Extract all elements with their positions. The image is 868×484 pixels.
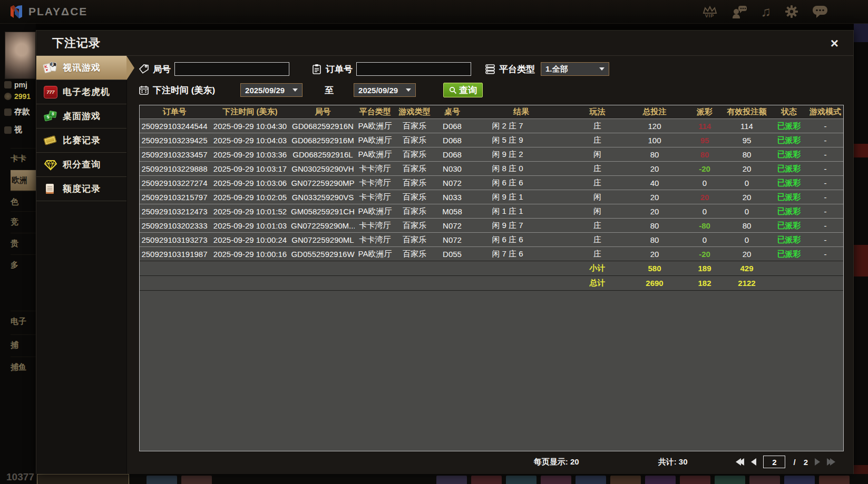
total-payout: 182 bbox=[686, 279, 723, 288]
col-result: 结果 bbox=[471, 107, 572, 117]
deposit-label: 存款 bbox=[14, 107, 30, 117]
table-row[interactable]: 250929103191987 2025-09-29 10:00:16 GD05… bbox=[140, 246, 843, 261]
table-row[interactable]: 250929103193273 2025-09-29 10:00:24 GN07… bbox=[140, 232, 843, 246]
cell-bet-type: 闲 bbox=[572, 206, 623, 216]
page-separator: / bbox=[793, 458, 795, 467]
cell-payout: 80 bbox=[686, 150, 723, 159]
cell-game-mode: - bbox=[807, 122, 843, 131]
filters: 局号 订单号 bbox=[139, 59, 843, 100]
sidebar-item-table-games[interactable]: 桌面游戏 bbox=[36, 104, 126, 129]
next-page-icon[interactable] bbox=[815, 458, 820, 466]
user-icon bbox=[4, 81, 12, 88]
sidebar-item-points-query[interactable]: 积分查询 bbox=[36, 153, 126, 177]
sidebar-item-video-games[interactable]: 9 视讯游戏 bbox=[36, 56, 126, 80]
cell-game-type: 百家乐 bbox=[395, 221, 434, 231]
table-row[interactable]: 250929103202333 2025-09-29 10:01:03 GN07… bbox=[140, 218, 843, 232]
col-bet-type: 玩法 bbox=[572, 107, 623, 117]
settings-gear-icon[interactable] bbox=[785, 5, 798, 18]
cell-game-mode: - bbox=[807, 207, 843, 216]
query-button[interactable]: 查询 bbox=[443, 83, 483, 97]
round-label: 局号 bbox=[153, 63, 171, 75]
col-valid-bet: 有效投注额 bbox=[723, 107, 771, 117]
support-chat-icon[interactable] bbox=[732, 5, 747, 18]
cell-time: 2025-09-29 10:04:30 bbox=[209, 122, 291, 131]
cell-round: GN033259290VS bbox=[291, 193, 355, 202]
music-icon[interactable]: ♫ bbox=[761, 5, 772, 18]
cell-game-mode: - bbox=[807, 150, 843, 159]
slot-777-icon bbox=[44, 86, 57, 98]
first-page-icon[interactable] bbox=[736, 458, 744, 466]
table-row[interactable]: 250929103229888 2025-09-29 10:03:17 GN03… bbox=[140, 161, 843, 175]
cell-payout: 20 bbox=[686, 193, 723, 202]
cell-result: 闲 8 庄 0 bbox=[471, 164, 544, 174]
table-row[interactable]: 250929103233457 2025-09-29 10:03:36 GD06… bbox=[140, 147, 843, 161]
sidebar-item-slots[interactable]: 电子老虎机 bbox=[36, 80, 126, 104]
modal-title: 下注记录 bbox=[52, 35, 101, 51]
platform-filter: 平台类型 1.全部 bbox=[485, 62, 609, 76]
cell-round: GN072259290MP bbox=[291, 179, 355, 187]
table-row[interactable]: 250929103212473 2025-09-29 10:01:52 GM05… bbox=[140, 204, 843, 218]
subtotal-valid-bet: 429 bbox=[723, 264, 771, 273]
cell-payout: -20 bbox=[686, 164, 723, 173]
table-body: 250929103244544 2025-09-29 10:04:30 GD06… bbox=[140, 118, 843, 261]
cell-status: 已派彩 bbox=[771, 164, 807, 174]
subtotal-label: 小计 bbox=[572, 263, 623, 273]
round-filter: 局号 bbox=[139, 62, 289, 76]
vip-label: VIP bbox=[705, 13, 715, 18]
cell-platform: PA欧洲厅 bbox=[355, 121, 395, 131]
prev-page-icon[interactable] bbox=[751, 458, 756, 466]
total-count-label: 共计: 30 bbox=[658, 457, 688, 467]
cell-round: GD0682592916M bbox=[291, 136, 355, 145]
platform-select[interactable]: 1.全部 bbox=[541, 62, 609, 76]
cell-time: 2025-09-29 10:01:52 bbox=[209, 207, 291, 216]
table-row[interactable]: 250929103239425 2025-09-29 10:04:03 GD06… bbox=[140, 133, 843, 147]
date-from-select[interactable]: 2025/09/29 bbox=[240, 83, 303, 97]
calendar-icon bbox=[139, 85, 149, 95]
cell-status: 已派彩 bbox=[771, 249, 807, 259]
cell-valid-bet: 0 bbox=[723, 207, 771, 216]
cell-valid-bet: 0 bbox=[723, 179, 771, 187]
table-row[interactable]: 250929103215797 2025-09-29 10:02:05 GN03… bbox=[140, 190, 843, 204]
coin-icon bbox=[4, 93, 12, 100]
cell-bet-type: 庄 bbox=[572, 178, 623, 188]
sidebar-item-quota-records[interactable]: 额度记录 bbox=[36, 177, 126, 201]
close-icon[interactable]: × bbox=[831, 36, 838, 50]
vip-icon[interactable]: VIP bbox=[702, 5, 718, 18]
cell-time: 2025-09-29 10:00:16 bbox=[209, 250, 291, 259]
modal-content: 局号 订单号 bbox=[127, 56, 853, 474]
cell-status: 已派彩 bbox=[771, 135, 807, 145]
round-input[interactable] bbox=[174, 62, 289, 76]
current-page-input[interactable]: 2 bbox=[763, 456, 785, 468]
cell-payout: -80 bbox=[686, 221, 723, 230]
sidebar-item-match-records[interactable]: 比赛记录 bbox=[36, 129, 126, 153]
cell-valid-bet: 95 bbox=[723, 136, 771, 145]
cell-status: 已派彩 bbox=[771, 221, 807, 231]
order-input[interactable] bbox=[356, 62, 471, 76]
cell-game-mode: - bbox=[807, 250, 843, 259]
cell-total-bet: 80 bbox=[623, 221, 686, 230]
modal-header: 下注记录 × bbox=[36, 31, 853, 56]
cell-order: 250929103233457 bbox=[140, 150, 209, 159]
subtotal-payout: 189 bbox=[686, 264, 723, 273]
cell-game-type: 百家乐 bbox=[395, 206, 434, 216]
chat-bubble-icon[interactable] bbox=[812, 5, 828, 18]
table-row[interactable]: 250929103227274 2025-09-29 10:03:06 GN07… bbox=[140, 175, 843, 190]
playace-logo-icon bbox=[8, 4, 24, 19]
last-page-icon[interactable] bbox=[827, 458, 835, 466]
total-label: 总计 bbox=[572, 278, 623, 288]
cell-valid-bet: 20 bbox=[723, 164, 771, 173]
cell-status: 已派彩 bbox=[771, 178, 807, 188]
table-header-row: 订单号 下注时间 (美东) 局号 平台类型 游戏类型 桌号 结果 玩法 总投注 … bbox=[140, 105, 843, 118]
brand-logo[interactable]: PLAYΔCE bbox=[8, 4, 87, 19]
cell-order: 250929103227274 bbox=[140, 179, 209, 187]
cell-game-mode: - bbox=[807, 221, 843, 230]
lobby-bottom-strip bbox=[36, 474, 868, 484]
lobby-nav-item: 卡卡 bbox=[11, 148, 36, 169]
table-games-icon bbox=[44, 110, 57, 123]
cell-table: N072 bbox=[434, 221, 471, 230]
cell-table: D055 bbox=[434, 250, 471, 259]
date-to-select[interactable]: 2025/09/29 bbox=[354, 83, 416, 97]
col-table: 桌号 bbox=[434, 107, 471, 117]
table-row[interactable]: 250929103244544 2025-09-29 10:04:30 GD06… bbox=[140, 118, 843, 133]
cell-payout: 114 bbox=[686, 122, 723, 131]
